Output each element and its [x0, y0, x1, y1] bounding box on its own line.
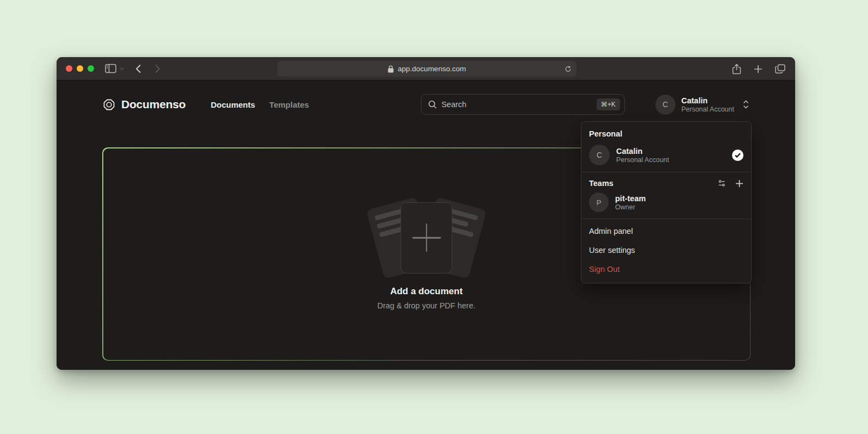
traffic-lights — [66, 65, 94, 72]
personal-account-item[interactable]: C Catalin Personal Account — [581, 142, 751, 171]
lock-icon — [388, 65, 394, 73]
search-placeholder: Search — [442, 100, 592, 109]
team-role: Owner — [615, 203, 646, 211]
refresh-icon[interactable] — [565, 65, 572, 73]
selected-check-icon — [732, 150, 743, 161]
browser-toolbar: app.documenso.com — [57, 57, 795, 80]
zoom-window-button[interactable] — [88, 65, 94, 72]
menu-item-user-settings[interactable]: User settings — [581, 241, 751, 260]
search-shortcut-badge: ⌘+K — [597, 98, 620, 110]
menu-item-sign-out[interactable]: Sign Out — [581, 260, 751, 279]
nav-templates[interactable]: Templates — [269, 100, 309, 109]
avatar: C — [655, 95, 675, 115]
personal-account-name: Catalin — [616, 146, 669, 157]
manage-teams-icon[interactable] — [717, 179, 726, 188]
add-document-card-plus-icon — [401, 202, 452, 274]
avatar: C — [589, 145, 610, 165]
team-name: pit-team — [615, 194, 646, 204]
documenso-logo-icon — [102, 98, 116, 111]
forward-icon[interactable] — [154, 64, 160, 73]
brand[interactable]: Documenso — [102, 98, 185, 111]
sidebar-menu-chevron-icon[interactable] — [119, 67, 125, 71]
main-nav: Documents Templates — [210, 100, 309, 109]
chevrons-up-down-icon — [742, 100, 749, 109]
search-icon — [428, 100, 437, 109]
add-team-plus-icon[interactable] — [735, 179, 743, 188]
account-name: Catalin — [681, 96, 734, 106]
menu-divider — [581, 172, 751, 172]
address-url: app.documenso.com — [398, 65, 466, 73]
account-subtitle: Personal Account — [681, 106, 734, 113]
menu-item-admin-panel[interactable]: Admin panel — [581, 222, 751, 241]
avatar: P — [589, 193, 609, 212]
document-cards-illustration — [401, 202, 452, 274]
personal-section-label: Personal — [581, 124, 751, 142]
teams-section-header: Teams — [581, 175, 751, 191]
new-tab-plus-icon[interactable] — [754, 65, 762, 73]
address-bar[interactable]: app.documenso.com — [277, 61, 576, 77]
close-window-button[interactable] — [66, 65, 72, 72]
minimize-window-button[interactable] — [77, 65, 83, 72]
team-item[interactable]: P pit-team Owner — [581, 191, 751, 218]
dropzone-title: Add a document — [103, 286, 750, 297]
share-icon[interactable] — [732, 64, 741, 75]
nav-documents[interactable]: Documents — [210, 100, 255, 109]
tab-overview-icon[interactable] — [775, 64, 785, 73]
account-menu-button[interactable]: C Catalin Personal Account — [655, 95, 749, 115]
brand-name: Documenso — [121, 98, 185, 111]
teams-section-label: Teams — [589, 179, 613, 188]
app-content: Documenso Documents Templates Search ⌘+K… — [57, 81, 795, 370]
menu-divider — [581, 219, 751, 219]
toolbar-right-icons — [732, 57, 785, 80]
sidebar-toggle-icon[interactable] — [105, 64, 116, 73]
search-input[interactable]: Search ⌘+K — [421, 94, 625, 115]
browser-window: app.documenso.com — [57, 57, 795, 370]
dropzone-subtitle: Drag & drop your PDF here. — [103, 301, 750, 310]
back-icon[interactable] — [135, 64, 141, 73]
personal-account-subtitle: Personal Account — [616, 156, 669, 164]
account-dropdown-menu: Personal C Catalin Personal Account Team… — [581, 121, 752, 283]
